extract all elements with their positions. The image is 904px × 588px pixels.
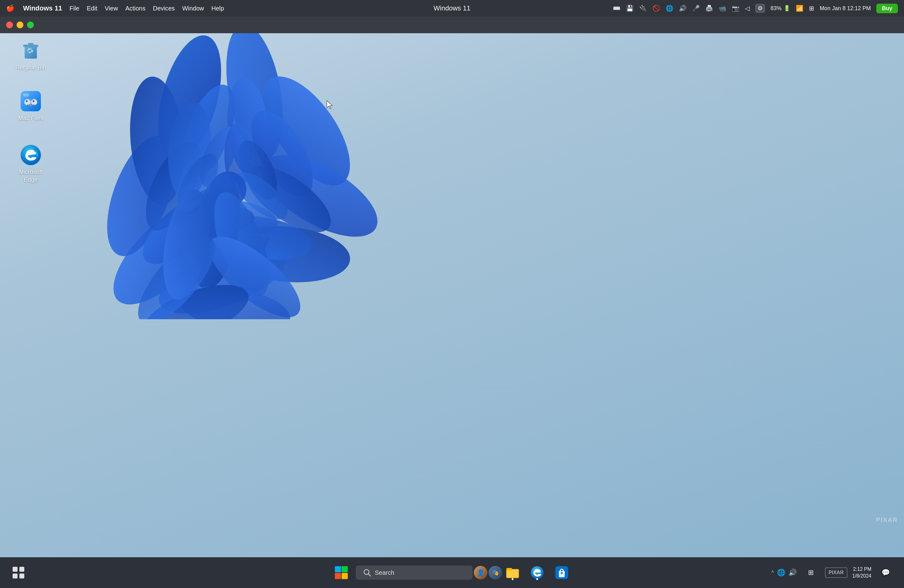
svg-rect-56 bbox=[506, 569, 519, 578]
print-icon[interactable]: 🖨️ bbox=[705, 5, 713, 12]
taskbar: Search 👤 🎭 bbox=[0, 557, 904, 588]
svg-rect-44 bbox=[23, 93, 29, 96]
menu-window[interactable]: Window bbox=[182, 5, 204, 12]
svg-rect-35 bbox=[25, 46, 37, 59]
control-center-icon[interactable]: ⊞ bbox=[809, 5, 814, 12]
watermark: PIXAR bbox=[876, 516, 898, 523]
clock-date: 1/8/2024 bbox=[852, 573, 871, 579]
minimize-button[interactable] bbox=[17, 22, 24, 28]
camera-icon[interactable]: 📹 bbox=[719, 5, 726, 12]
notification-icon[interactable]: 💬 bbox=[876, 563, 895, 582]
menu-actions[interactable]: Actions bbox=[125, 5, 146, 12]
wallpaper bbox=[46, 33, 430, 319]
file-explorer-dot bbox=[512, 578, 514, 580]
edge-dot bbox=[536, 578, 538, 580]
volume-icon[interactable]: 🔊 bbox=[679, 5, 687, 12]
taskbar-left bbox=[9, 563, 28, 582]
search-icon bbox=[363, 569, 371, 577]
menu-devices[interactable]: Devices bbox=[153, 5, 175, 12]
start-button[interactable] bbox=[333, 564, 349, 581]
shared-folder-icon[interactable]: 🚫 bbox=[653, 5, 660, 12]
edge-image bbox=[20, 144, 42, 166]
volume-tray-icon[interactable]: 🔊 bbox=[789, 569, 797, 577]
task-view-icon[interactable] bbox=[9, 563, 28, 582]
window-title: Windows 11 bbox=[433, 4, 471, 12]
svg-rect-62 bbox=[561, 572, 563, 574]
apple-menu[interactable]: 🍎 bbox=[6, 4, 14, 12]
media-icon[interactable]: 📷 bbox=[732, 5, 740, 12]
svg-rect-47 bbox=[19, 567, 24, 572]
svg-rect-51 bbox=[341, 566, 348, 572]
recycle-bin-image bbox=[20, 40, 42, 62]
window-titlebar bbox=[0, 17, 904, 33]
svg-rect-37 bbox=[28, 43, 33, 46]
ms-store-taskbar[interactable] bbox=[553, 563, 571, 582]
file-explorer-taskbar[interactable] bbox=[503, 563, 522, 582]
menu-help[interactable]: Help bbox=[212, 5, 224, 12]
mac-files-image bbox=[20, 90, 42, 112]
system-tray: ^ 🌐 🔊 bbox=[771, 569, 797, 577]
svg-point-42 bbox=[33, 100, 35, 102]
search-text: Search bbox=[375, 569, 394, 576]
display-tray-icon[interactable]: ⊞ bbox=[801, 563, 820, 582]
taskbar-center: Search 👤 🎭 bbox=[333, 563, 571, 582]
svg-rect-49 bbox=[19, 574, 24, 579]
svg-rect-46 bbox=[13, 567, 17, 572]
svg-line-55 bbox=[368, 574, 370, 576]
usb-icon[interactable]: 🔌 bbox=[639, 5, 647, 12]
datetime-display[interactable]: Mon Jan 8 12:12 PM bbox=[820, 5, 871, 12]
svg-point-39 bbox=[24, 99, 30, 105]
svg-rect-53 bbox=[341, 573, 348, 579]
battery-pct: 83% bbox=[771, 5, 782, 12]
svg-rect-48 bbox=[13, 574, 17, 579]
recycle-bin-label: Recycle Bin bbox=[15, 64, 46, 72]
taskbar-right: ^ 🌐 🔊 ⊞ PIXAR 2:12 PM 1/8/2024 💬 bbox=[771, 563, 895, 582]
mac-files-icon-desktop[interactable]: Mac Files bbox=[9, 87, 52, 125]
settings-icon[interactable]: ⚙ bbox=[755, 4, 765, 13]
close-button[interactable] bbox=[6, 22, 13, 28]
chevron-icon[interactable]: ^ bbox=[771, 569, 774, 576]
desktop[interactable]: Recycle Bin bbox=[0, 33, 904, 557]
svg-rect-50 bbox=[335, 566, 341, 572]
clock-time: 2:12 PM bbox=[852, 566, 871, 573]
user-avatar-icon[interactable]: 👤 🎭 bbox=[479, 563, 497, 582]
svg-point-41 bbox=[26, 100, 28, 102]
arrow-icon[interactable]: ◁ bbox=[745, 5, 750, 12]
taskbar-clock[interactable]: 2:12 PM 1/8/2024 bbox=[852, 566, 871, 580]
traffic-lights bbox=[6, 22, 34, 28]
menu-file[interactable]: File bbox=[70, 5, 79, 12]
battery-icon: 🔋 bbox=[784, 5, 790, 12]
snapshot-icon[interactable]: 💾 bbox=[626, 5, 634, 12]
network-tray-icon[interactable]: 🌐 bbox=[777, 569, 785, 577]
mac-files-label: Mac Files bbox=[18, 115, 43, 122]
maximize-button[interactable] bbox=[27, 22, 34, 28]
mac-menubar: 🍎 Windows 11 File Edit View Actions Devi… bbox=[0, 0, 904, 17]
edge-label: Microsoft Edge bbox=[12, 169, 49, 183]
battery-indicator: 83% 🔋 bbox=[771, 5, 790, 12]
buy-button[interactable]: Buy bbox=[876, 4, 898, 13]
network-icon[interactable]: 🌐 bbox=[666, 5, 673, 12]
wifi-icon[interactable]: 📶 bbox=[796, 5, 803, 12]
svg-point-45 bbox=[21, 145, 41, 165]
display-icon[interactable]: ⌨️ bbox=[613, 5, 621, 12]
menu-view[interactable]: View bbox=[105, 5, 118, 12]
app-name[interactable]: Windows 11 bbox=[23, 4, 62, 12]
menu-edit[interactable]: Edit bbox=[87, 5, 97, 12]
edge-taskbar-icon[interactable] bbox=[528, 563, 547, 582]
svg-rect-52 bbox=[335, 573, 341, 579]
mic-icon[interactable]: 🎤 bbox=[692, 5, 700, 12]
recycle-bin-icon[interactable]: Recycle Bin bbox=[9, 36, 52, 75]
search-bar[interactable]: Search bbox=[356, 566, 473, 580]
watermark-box: PIXAR bbox=[825, 567, 847, 578]
microsoft-edge-icon-desktop[interactable]: Microsoft Edge bbox=[9, 141, 52, 187]
